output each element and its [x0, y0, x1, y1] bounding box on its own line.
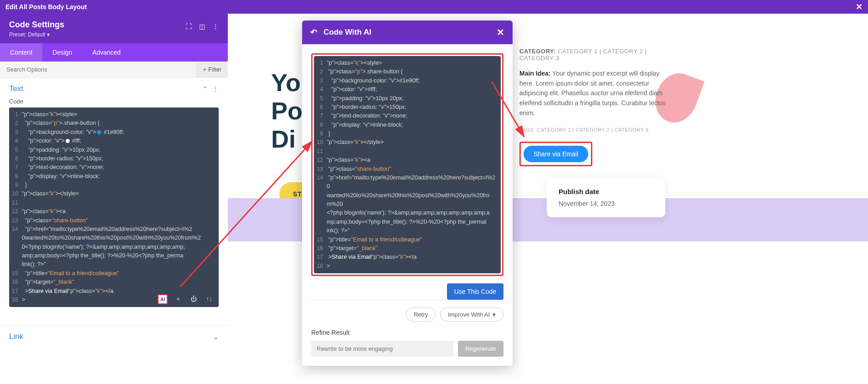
publish-date: November 14, 2023: [559, 200, 653, 207]
filter-button[interactable]: + Filter: [196, 61, 228, 77]
add-icon[interactable]: +: [173, 294, 183, 304]
refine-input[interactable]: [311, 341, 453, 357]
tab-design[interactable]: Design: [42, 43, 82, 61]
share-highlight: Share via Email: [519, 142, 592, 166]
text-section: Text ⌃ ⋮ Code 1"p">class="k"><style>2 "p…: [0, 78, 228, 312]
tab-advanced[interactable]: Advanced: [82, 43, 131, 61]
link-section[interactable]: Link ⌄: [0, 325, 228, 348]
code-label: Code: [9, 98, 219, 105]
meta-column: CATEGORY: CATEGORY 1 | CATEGORY 2 | CATE…: [519, 48, 674, 180]
regenerate-button[interactable]: Regenerate: [458, 341, 503, 357]
chevron-down-icon: ⌄: [213, 333, 219, 341]
share-email-button[interactable]: Share via Email: [524, 146, 588, 162]
settings-header: Code Settings Preset: Default ▾ ⛶ ◫ ⋮: [0, 14, 228, 43]
more-icon[interactable]: ⋮: [212, 23, 219, 30]
power-icon[interactable]: ⏻: [189, 294, 199, 304]
code-editor[interactable]: 1"p">class="k"><style>2 "p">class="p">.s…: [9, 108, 219, 307]
search-input[interactable]: [0, 61, 196, 77]
link-title: Link: [9, 332, 23, 341]
expand-icon[interactable]: ⛶: [185, 23, 192, 30]
publish-title: Publish date: [559, 188, 653, 195]
ai-button[interactable]: AI: [158, 294, 168, 304]
publish-card: Publish date November 14, 2023: [547, 178, 665, 217]
hero-title: Yo Po Di: [271, 68, 303, 153]
panel-icon[interactable]: ◫: [199, 23, 205, 30]
modal-code-editor[interactable]: 1"p">class="k"><style>2 "p">class="p">.s…: [314, 56, 501, 273]
sort-icon[interactable]: ↑↓: [204, 294, 214, 304]
refine-label: Refine Result: [311, 329, 503, 336]
improve-button[interactable]: Improve With AI ▾: [440, 307, 503, 322]
settings-panel: Code Settings Preset: Default ▾ ⛶ ◫ ⋮ Co…: [0, 14, 228, 348]
code-toolbar: AI + ⏻ ↑↓: [158, 294, 214, 304]
modal-header: ↶ Code With AI ✕: [302, 20, 513, 44]
close-icon[interactable]: ✕: [856, 2, 863, 12]
page-title: Edit All Posts Body Layout: [5, 3, 87, 10]
use-code-button[interactable]: Use This Code: [447, 283, 503, 300]
section-more-icon[interactable]: ⋮: [212, 85, 219, 92]
back-icon[interactable]: ↶: [310, 27, 317, 37]
section-title[interactable]: Text: [9, 84, 23, 93]
collapse-icon[interactable]: ⌃: [202, 85, 208, 92]
title-bar: Edit All Posts Body Layout ✕: [0, 0, 868, 14]
retry-button[interactable]: Retry: [406, 307, 436, 322]
preset-row[interactable]: Preset: Default ▾: [9, 31, 64, 38]
modal-close-icon[interactable]: ✕: [497, 27, 504, 38]
tags-line: TAGS: CATEGORY 1 | CATEGORY 2 | CATEGORY…: [519, 127, 674, 133]
search-bar: + Filter: [0, 61, 228, 78]
modal-title: Code With AI: [324, 28, 371, 37]
code-ai-modal: ↶ Code With AI ✕ 1"p">class="k"><style>2…: [302, 20, 513, 366]
modal-code-highlight: 1"p">class="k"><style>2 "p">class="p">.s…: [311, 53, 503, 276]
settings-tabs: Content Design Advanced: [0, 43, 228, 61]
settings-title: Code Settings: [9, 20, 64, 30]
tab-content[interactable]: Content: [0, 43, 42, 61]
